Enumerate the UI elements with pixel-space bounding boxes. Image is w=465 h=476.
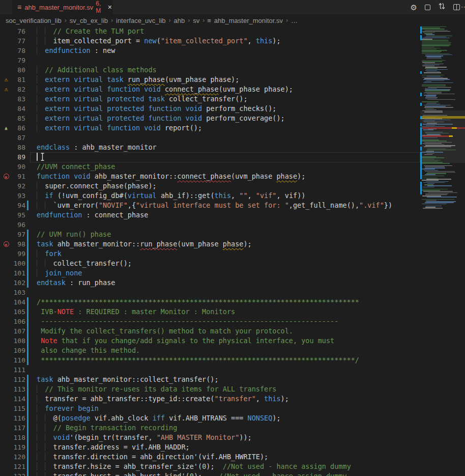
code-line[interactable]: 85 extern virtual protected function voi… [0, 114, 420, 123]
glyph-margin[interactable] [0, 462, 12, 471]
code-line[interactable]: 78 endfunction : new [0, 46, 420, 55]
breadcrumb-item[interactable]: sv_cb_ex_lib [69, 17, 108, 24]
line-number[interactable]: 122 [12, 471, 25, 476]
code-line[interactable]: 114 transfer = ahb_transfer::type_id::cr… [0, 394, 420, 404]
line-number[interactable]: 109 [12, 346, 25, 355]
code-line[interactable]: 96 [0, 220, 420, 230]
line-number[interactable]: 120 [12, 452, 25, 462]
code-line[interactable]: 90//UVM connect_phase [0, 162, 420, 172]
line-number[interactable]: 106 [12, 317, 25, 326]
glyph-margin[interactable] [0, 471, 12, 476]
glyph-margin[interactable] [0, 346, 12, 355]
code-line[interactable]: 92 super.connect_phase(phase); [0, 181, 420, 191]
line-number[interactable]: 112 [12, 375, 25, 384]
warning-icon[interactable]: ⚠ [0, 75, 12, 85]
code-line[interactable]: 117 // Begin transaction recording [0, 423, 420, 433]
glyph-margin[interactable] [0, 365, 12, 375]
glyph-margin[interactable] [0, 201, 12, 210]
line-number[interactable]: 85 [12, 114, 25, 123]
line-number[interactable]: 116 [12, 413, 25, 423]
code-line[interactable]: 104/************************************… [0, 297, 420, 307]
glyph-margin[interactable] [0, 355, 12, 365]
line-number[interactable]: 103 [12, 288, 25, 297]
glyph-margin[interactable] [0, 210, 12, 220]
glyph-margin[interactable] [0, 143, 12, 152]
glyph-margin[interactable] [0, 336, 12, 346]
breadcrumb-item[interactable]: sv [192, 17, 200, 24]
glyph-margin[interactable] [0, 181, 12, 191]
glyph-margin[interactable] [0, 404, 12, 413]
code-line[interactable]: 83 extern virtual protected task collect… [0, 94, 420, 104]
glyph-margin[interactable] [0, 326, 12, 336]
line-number[interactable]: 77 [12, 36, 25, 46]
code-line[interactable]: 105 IVB-NOTE : REQUIRED : master Monitor… [0, 307, 420, 317]
glyph-margin[interactable] [0, 26, 12, 36]
breadcrumb-more[interactable]: … [290, 17, 298, 24]
code-line[interactable]: ⚠81 extern virtual task run_phase(uvm_ph… [0, 75, 420, 85]
warning-icon[interactable]: ⚠ [0, 85, 12, 94]
layout-square-icon[interactable] [425, 5, 430, 10]
code-line[interactable]: 88endclass : ahb_master_monitor [0, 143, 420, 152]
line-number[interactable]: 93 [12, 191, 25, 201]
glyph-margin[interactable] [0, 36, 12, 46]
line-number[interactable]: 104 [12, 297, 25, 307]
line-number[interactable]: 100 [12, 259, 25, 268]
code-line[interactable]: 115 forever begin [0, 404, 420, 413]
glyph-margin[interactable] [0, 162, 12, 172]
line-number[interactable]: 110 [12, 355, 25, 365]
glyph-margin[interactable] [0, 268, 12, 278]
code-line[interactable]: 97// UVM run() phase [0, 230, 420, 239]
line-number[interactable]: 91 [12, 172, 25, 181]
glyph-margin[interactable] [0, 307, 12, 317]
code-line[interactable]: 76 // Create the TLM port [0, 26, 420, 36]
glyph-margin[interactable] [0, 46, 12, 55]
code-line[interactable]: 93 if (!uvm_config_db#(virtual ahb_if)::… [0, 191, 420, 201]
code-line[interactable]: 111 [0, 365, 420, 375]
glyph-margin[interactable] [0, 114, 12, 123]
code-line[interactable]: 122 transfer.burst = ahb_burst_kind'(0);… [0, 471, 420, 476]
code-line[interactable]: 118 void'(begin_tr(transfer, "AHB MASTER… [0, 433, 420, 442]
line-number[interactable]: 115 [12, 404, 25, 413]
glyph-margin[interactable] [0, 297, 12, 307]
more-actions-icon[interactable]: ⋯ [461, 3, 465, 11]
line-number[interactable]: 102 [12, 278, 25, 288]
line-number[interactable]: 89 [12, 152, 25, 162]
line-number[interactable]: 113 [12, 384, 25, 394]
code-line[interactable]: 120 transfer.direction = ahb_direction'(… [0, 452, 420, 462]
split-editor-icon[interactable] [453, 4, 460, 10]
code-line[interactable]: 99 fork [0, 249, 420, 259]
glyph-margin[interactable] [0, 413, 12, 423]
code-line[interactable]: 77 item_collected_port = new("item_colle… [0, 36, 420, 46]
glyph-margin[interactable] [0, 452, 12, 462]
glyph-margin[interactable] [0, 230, 12, 239]
glyph-margin[interactable] [0, 433, 12, 442]
line-number[interactable]: 97 [12, 230, 25, 239]
glyph-margin[interactable] [0, 259, 12, 268]
code-line[interactable]: 79 [0, 55, 420, 65]
glyph-margin[interactable] [0, 423, 12, 433]
breadcrumb-file[interactable]: ahb_master_monitor.sv [214, 17, 283, 24]
glyph-margin[interactable] [0, 55, 12, 65]
line-number[interactable]: 76 [12, 26, 25, 36]
line-number[interactable]: 95 [12, 210, 25, 220]
glyph-margin[interactable] [0, 278, 12, 288]
line-number[interactable]: 96 [12, 220, 25, 230]
line-number[interactable]: 80 [12, 65, 25, 75]
line-number[interactable]: 87 [12, 133, 25, 143]
glyph-margin[interactable] [0, 65, 12, 75]
glyph-margin[interactable] [0, 288, 12, 297]
line-number[interactable]: 79 [12, 55, 25, 65]
glyph-margin[interactable] [0, 133, 12, 143]
line-number[interactable]: 108 [12, 336, 25, 346]
glyph-margin[interactable] [0, 220, 12, 230]
line-number[interactable]: 98 [12, 239, 25, 249]
minimap[interactable] [420, 26, 465, 476]
breadcrumb-item[interactable]: ahb [173, 17, 186, 24]
code-line[interactable]: 94 `uvm_error("NOVIF",{"virtual interfac… [0, 201, 420, 210]
glyph-margin[interactable] [0, 104, 12, 114]
glyph-margin[interactable] [0, 317, 12, 326]
glyph-margin[interactable] [0, 394, 12, 404]
gear-icon[interactable]: ⚙ [411, 4, 417, 11]
line-number[interactable]: 88 [12, 143, 25, 152]
code-line[interactable]: 103 [0, 288, 420, 297]
